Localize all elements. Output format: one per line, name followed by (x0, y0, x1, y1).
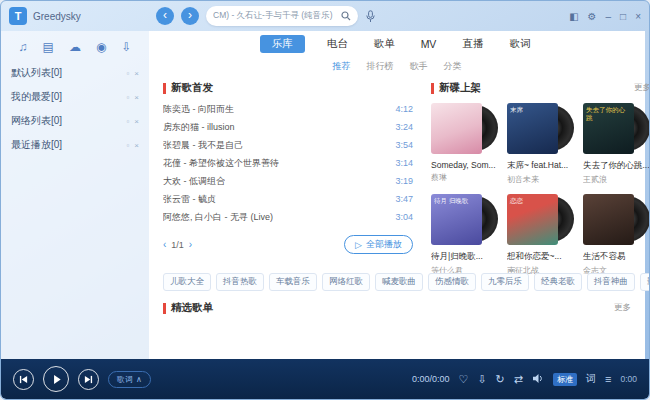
settings-gear-icon[interactable]: ⚙ (588, 11, 597, 22)
category-pill[interactable]: 影视金曲 (640, 273, 650, 291)
microphone-icon[interactable] (365, 10, 376, 23)
sidebar-item-favorites[interactable]: 我的最爱[0] ▫ × (1, 85, 149, 109)
song-row[interactable]: 阿悠悠, 白小白 - 无寻 (Live) 3:04 (163, 208, 413, 226)
share-icon[interactable]: ▫ (126, 141, 129, 150)
playlist-icon[interactable]: ≡ (605, 373, 611, 385)
next-button[interactable] (78, 369, 99, 390)
minimize-icon[interactable]: – (606, 11, 612, 22)
play-all-button[interactable]: ▷ 全部播放 (344, 235, 413, 254)
category-pill[interactable]: 喊麦歌曲 (375, 273, 423, 291)
tab-mv[interactable]: MV (417, 36, 441, 52)
category-pill[interactable]: 九零后乐 (481, 273, 529, 291)
song-row[interactable]: 花僮 - 希望你被这个世界善待 3:14 (163, 154, 413, 172)
tab-radio[interactable]: 电台 (323, 35, 352, 53)
song-row[interactable]: 房东的猫 - illusion 3:24 (163, 118, 413, 136)
lyric-panel-button[interactable]: 歌词 ∧ (108, 371, 151, 388)
album-cover[interactable] (583, 194, 634, 245)
shuffle-icon[interactable]: ⇄ (514, 373, 523, 386)
album-item[interactable]: 生活不容易 金志文 (583, 193, 650, 276)
remove-icon[interactable]: × (134, 69, 139, 78)
search-icon[interactable] (341, 11, 351, 21)
song-row[interactable]: 张碧晨 - 我不是自己 3:54 (163, 136, 413, 154)
play-button[interactable] (43, 366, 69, 392)
album-cover-text: 失去了你的心跳 (583, 103, 634, 125)
subtab-category[interactable]: 分类 (444, 60, 462, 73)
back-button[interactable]: ‹ (156, 7, 174, 25)
content-columns: 新歌首发 陈奕迅 - 向阳而生 4:12 房东的猫 - illusion 3:2… (149, 75, 645, 265)
subtab-recommend[interactable]: 推荐 (333, 60, 351, 73)
more-link[interactable]: 更多 (634, 82, 650, 94)
app-title: Greedysky (33, 11, 81, 22)
main-content: 乐库 电台 歌单 MV 直播 歌词 推荐 排行榜 歌手 分类 新歌首发 陈奕迅 (149, 31, 645, 359)
category-pill[interactable]: 抖音热歌 (216, 273, 264, 291)
lyric-toggle[interactable]: 词 (586, 372, 596, 386)
sidebar-item-network-list[interactable]: 网络列表[0] ▫ × (1, 109, 149, 133)
device-icon[interactable]: ▤ (43, 40, 54, 54)
sidebar-item-label: 我的最爱[0] (11, 90, 62, 104)
category-pill[interactable]: 车载音乐 (269, 273, 317, 291)
titlebar: T Greedysky ‹ › ◧ ⚙ – □ × (1, 1, 649, 31)
sidebar-item-default-list[interactable]: 默认列表[0] ▫ × (1, 61, 149, 85)
album-title: 想和你恋爱~... (507, 251, 575, 263)
tab-songlist[interactable]: 歌单 (370, 35, 399, 53)
album-cover-text: 末席 (507, 103, 558, 117)
category-pill[interactable]: 伤感情歌 (428, 273, 476, 291)
chevron-up-icon: ∧ (136, 375, 142, 384)
category-pill[interactable]: 经典老歌 (534, 273, 582, 291)
album-artist: 蔡琳 (431, 172, 499, 183)
close-icon[interactable]: × (635, 11, 641, 22)
album-item[interactable]: 待月 归晚歌 待月|归晚歌... 等什么君 (431, 193, 499, 276)
category-pill[interactable]: 抖音神曲 (587, 273, 635, 291)
category-pill[interactable]: 网络红歌 (322, 273, 370, 291)
subtab-artist[interactable]: 歌手 (410, 60, 428, 73)
share-icon[interactable]: ▫ (126, 93, 129, 102)
album-item[interactable]: 失去了你的心跳 失去了你的心跳... 王贰浪 (583, 102, 650, 185)
sidebar-item-recent-played[interactable]: 最近播放[0] ▫ × (1, 133, 149, 157)
subtab-ranking[interactable]: 排行榜 (367, 60, 394, 73)
album-cover[interactable] (431, 103, 482, 154)
album-cover[interactable]: 恋恋 (507, 194, 558, 245)
tab-music-library[interactable]: 乐库 (260, 35, 305, 53)
album-item[interactable]: 末席 末席~ feat.Hat... 初音未来 (507, 102, 575, 185)
song-row[interactable]: 大欢 - 低调组合 3:19 (163, 172, 413, 190)
previous-button[interactable] (13, 369, 34, 390)
tab-lyrics[interactable]: 歌词 (505, 35, 534, 53)
page-next-icon[interactable]: › (189, 239, 192, 250)
song-row[interactable]: 陈奕迅 - 向阳而生 4:12 (163, 100, 413, 118)
more-link[interactable]: 更多 (614, 302, 631, 314)
album-cover[interactable]: 失去了你的心跳 (583, 103, 634, 154)
remove-icon[interactable]: × (134, 117, 139, 126)
album-item[interactable]: 恋恋 想和你恋爱~... 南征北战 (507, 193, 575, 276)
quality-badge[interactable]: 标准 (553, 373, 577, 386)
album-cover[interactable]: 待月 归晚歌 (431, 194, 482, 245)
album-cover[interactable]: 末席 (507, 103, 558, 154)
remove-icon[interactable]: × (134, 141, 139, 150)
repeat-mode-icon[interactable]: ↻ (496, 373, 505, 386)
song-name: 阿悠悠, 白小白 - 无寻 (Live) (163, 211, 273, 224)
download-manager-icon[interactable]: ⇩ (121, 40, 131, 54)
player-bar: 歌词 ∧ 0:00/0:00 ♡ ⇩ ↻ ⇄ 标准 词 ≡ 0:00 (1, 359, 649, 399)
page-prev-icon[interactable]: ‹ (163, 239, 166, 250)
maximize-icon[interactable]: □ (620, 11, 626, 22)
category-pill[interactable]: 儿歌大全 (163, 273, 211, 291)
tab-live[interactable]: 直播 (458, 35, 487, 53)
album-grid: Someday, Som... 蔡琳 末席 末席~ feat.Hat... 初音… (431, 102, 650, 276)
radio-icon[interactable]: ◉ (96, 40, 106, 54)
favorite-heart-icon[interactable]: ♡ (459, 373, 469, 386)
download-icon[interactable]: ⇩ (477, 373, 486, 386)
local-music-icon[interactable]: ♫ (19, 40, 28, 54)
volume-icon[interactable] (532, 373, 544, 386)
remove-icon[interactable]: × (134, 93, 139, 102)
share-icon[interactable]: ▫ (126, 69, 129, 78)
share-icon[interactable]: ▫ (126, 117, 129, 126)
song-row[interactable]: 张云雷 - 毓贞 3:47 (163, 190, 413, 208)
song-name: 花僮 - 希望你被这个世界善待 (163, 157, 279, 170)
cloud-icon[interactable]: ☁ (69, 40, 81, 54)
sidebar-icon-row: ♫ ▤ ☁ ◉ ⇩ (1, 35, 149, 61)
album-cover-text (583, 194, 634, 200)
search-box[interactable] (206, 6, 358, 26)
search-input[interactable] (213, 11, 337, 21)
album-item[interactable]: Someday, Som... 蔡琳 (431, 102, 499, 185)
skin-icon[interactable]: ◧ (569, 11, 578, 22)
forward-button[interactable]: › (181, 7, 199, 25)
